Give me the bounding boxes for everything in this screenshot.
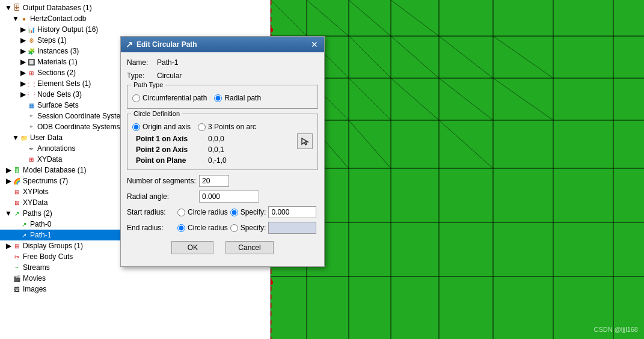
expand-icon[interactable] <box>5 264 12 271</box>
odb-coord-icon: ⌖ <box>26 122 36 132</box>
streams-label: Streams <box>23 263 50 272</box>
point1-row: Point 1 on Axis 0,0,0 <box>132 133 313 144</box>
expand-icon[interactable]: ▼ <box>12 134 19 141</box>
hertz-label: HertzContact.odb <box>30 14 86 23</box>
three-points-option[interactable]: 3 Points on arc <box>198 123 256 131</box>
edit-circular-path-dialog: ↗ Edit Circular Path ✕ Name: Path-1 Type… <box>120 36 325 267</box>
expand-icon[interactable] <box>19 112 26 120</box>
expand-icon[interactable] <box>19 102 26 109</box>
segments-input[interactable] <box>199 175 229 187</box>
expand-icon[interactable]: ▶ <box>5 166 12 174</box>
start-specify-option[interactable]: Specify: <box>230 208 266 216</box>
expand-icon[interactable] <box>12 221 19 228</box>
expand-icon[interactable]: ▶ <box>19 26 26 33</box>
expand-icon[interactable] <box>5 199 12 206</box>
radial-option[interactable]: Radial path <box>214 94 261 102</box>
history-label: History Output (16) <box>37 25 98 34</box>
end-circle-radius-option[interactable]: Circle radius <box>177 224 228 232</box>
circle-def-group: Circle Definition Origin and axis 3 Poin… <box>127 114 318 170</box>
origin-axis-radio[interactable] <box>132 123 140 131</box>
tree-item-history[interactable]: ▶ 📊 History Output (16) <box>0 24 270 35</box>
expand-icon[interactable] <box>5 275 12 282</box>
surface-sets-label: Surface Sets <box>37 101 79 109</box>
tree-item-movies[interactable]: 🎬 Movies <box>0 273 270 284</box>
path0-icon: ↗ <box>19 219 29 229</box>
model-db-icon: 🗄 <box>12 165 22 175</box>
svg-line-17 <box>391 0 439 36</box>
surface-sets-icon: ▦ <box>26 100 36 110</box>
tree-item-hertz[interactable]: ▼ ● HertzContact.odb <box>0 13 270 24</box>
expand-icon[interactable] <box>19 145 26 152</box>
materials-icon: 🔲 <box>26 57 36 67</box>
circumferential-radio[interactable] <box>132 94 140 102</box>
origin-axis-option[interactable]: Origin and axis <box>132 123 191 131</box>
point1-label: Point 1 on Axis <box>132 133 204 144</box>
radial-angle-input[interactable] <box>199 191 259 203</box>
expand-icon[interactable]: ▶ <box>19 58 26 66</box>
type-row: Type: Circular <box>127 72 318 80</box>
path-type-group: Path Type Circumferential path Radial pa… <box>127 85 318 109</box>
three-points-radio[interactable] <box>198 123 206 131</box>
radial-radio[interactable] <box>214 94 222 102</box>
svg-line-16 <box>349 0 391 36</box>
dialog-title-icon: ↗ <box>126 40 133 49</box>
tree-item-images[interactable]: 🖼 Images <box>0 284 270 295</box>
annotations-label: Annotations <box>37 144 75 153</box>
end-specify-input[interactable] <box>268 222 316 234</box>
end-circle-radio[interactable] <box>177 224 185 232</box>
path-type-title: Path Type <box>133 81 163 88</box>
expand-icon[interactable]: ▼ <box>5 4 12 11</box>
cancel-button[interactable]: Cancel <box>225 241 273 254</box>
svg-line-31 <box>439 120 493 168</box>
expand-icon[interactable]: ▶ <box>5 242 12 249</box>
start-circle-radius-option[interactable]: Circle radius <box>177 208 228 216</box>
expand-icon[interactable] <box>19 123 26 130</box>
history-icon: 📊 <box>26 25 36 34</box>
svg-line-33 <box>493 78 553 120</box>
expand-icon[interactable]: ▶ <box>19 37 26 44</box>
mesh-visualization <box>271 0 644 339</box>
point2-value: 0,0,1 <box>204 144 313 155</box>
svg-line-27 <box>349 120 391 168</box>
svg-point-40 <box>271 280 273 285</box>
end-specify-label: Specify: <box>241 224 266 232</box>
expand-icon[interactable] <box>19 156 26 163</box>
viewport[interactable]: CSDN @ljjl168 <box>271 0 644 339</box>
watermark: CSDN @ljjl168 <box>593 326 638 333</box>
close-button[interactable]: ✕ <box>310 40 319 49</box>
model-db-label: Model Database (1) <box>23 166 86 174</box>
sections-label: Sections (2) <box>37 69 76 77</box>
point1-value: 0,0,0 <box>204 133 313 144</box>
start-specify-radio[interactable] <box>230 209 238 216</box>
expand-icon[interactable] <box>12 231 19 239</box>
end-specify-option[interactable]: Specify: <box>230 224 266 232</box>
circumferential-option[interactable]: Circumferential path <box>132 94 207 102</box>
display-groups-icon: ⊞ <box>12 241 22 251</box>
expand-icon[interactable]: ▶ <box>5 177 12 185</box>
point-plane-label: Point on Plane <box>132 155 204 166</box>
paths-icon: ↗ <box>12 209 22 218</box>
cursor-pick-button[interactable] <box>297 133 313 149</box>
svg-line-29 <box>439 36 493 78</box>
expand-icon[interactable]: ▶ <box>19 47 26 55</box>
svg-line-28 <box>391 78 439 120</box>
start-specify-input[interactable] <box>268 206 316 218</box>
element-sets-icon: ⋮⋮ <box>26 79 36 88</box>
start-specify-label: Specify: <box>241 208 266 216</box>
path-type-options: Circumferential path Radial path <box>132 94 313 102</box>
ok-button[interactable]: OK <box>171 241 213 254</box>
steps-label: Steps (1) <box>37 36 67 44</box>
expand-icon[interactable]: ▶ <box>19 69 26 76</box>
start-circle-label: Circle radius <box>188 208 228 216</box>
expand-icon[interactable]: ▼ <box>5 210 12 217</box>
expand-icon[interactable] <box>5 188 12 195</box>
expand-icon[interactable]: ▼ <box>12 15 19 22</box>
movies-icon: 🎬 <box>12 273 22 283</box>
tree-item-output-databases[interactable]: ▼ 🗄 Output Databases (1) <box>0 2 270 13</box>
instances-label: Instances (3) <box>37 47 79 55</box>
end-specify-radio[interactable] <box>230 224 238 232</box>
expand-icon[interactable] <box>5 253 12 260</box>
start-circle-radio[interactable] <box>177 209 185 216</box>
expand-icon[interactable] <box>5 286 12 293</box>
origin-axis-label: Origin and axis <box>143 123 191 131</box>
